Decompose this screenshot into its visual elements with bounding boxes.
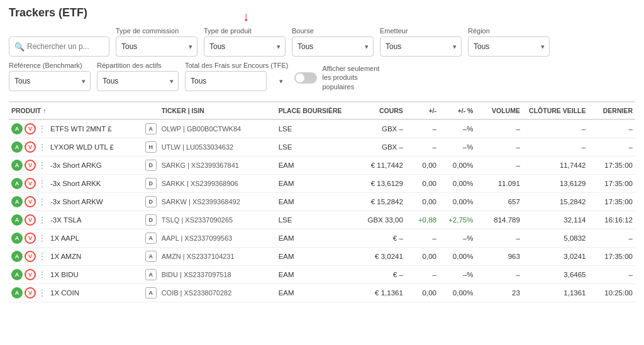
type-badge: A	[145, 123, 157, 134]
col-header-cours: COURS	[348, 102, 405, 119]
region-select[interactable]: Tous	[468, 36, 550, 57]
cours-cell: GBX –	[348, 119, 405, 138]
pmpct-cell: –%	[439, 229, 475, 248]
product-cell: A V ⋮ -3x Short ARKK	[9, 175, 143, 193]
ticker-cell: SARKK | XS2399368906	[159, 175, 276, 193]
badge-v[interactable]: V	[25, 196, 36, 207]
type-badge-cell: D	[143, 156, 159, 175]
table-header-row: PRODUIT ↑ TICKER | ISIN PLACE BOURSIÈRE …	[9, 102, 635, 119]
badge-a[interactable]: A	[11, 269, 23, 280]
ticker-cell: UTLW | LU0533034632	[159, 138, 276, 156]
pmpct-cell: +2,75%	[439, 211, 475, 229]
row-menu-dots[interactable]: ⋮	[38, 143, 47, 151]
repartition-select[interactable]: Tous	[97, 71, 179, 91]
filters-row1: 🔍 Type de commission Tous ↓ Type de prod…	[9, 27, 635, 57]
badge-a[interactable]: A	[11, 214, 23, 226]
commission-select[interactable]: Tous	[116, 36, 197, 57]
badge-a[interactable]: A	[11, 123, 23, 134]
volume-cell: –	[475, 119, 522, 138]
close-cell: –	[523, 119, 589, 138]
row-menu-dots[interactable]: ⋮	[38, 197, 47, 206]
cours-cell: GBX –	[348, 138, 405, 156]
cours-cell: € 11,7442	[348, 156, 405, 175]
badge-a[interactable]: A	[11, 160, 23, 171]
type-badge: D	[145, 196, 157, 207]
badge-a[interactable]: A	[11, 233, 23, 244]
product-label: Type de produit	[204, 27, 286, 35]
row-menu-dots[interactable]: ⋮	[38, 124, 47, 133]
region-group: Région Tous	[468, 27, 550, 57]
emetteur-select-wrap: Tous	[380, 36, 462, 57]
benchmark-select[interactable]: Tous	[9, 71, 91, 91]
badge-v[interactable]: V	[25, 287, 36, 298]
ticker-cell: BIDU | XS2337097518	[159, 266, 276, 284]
row-menu-dots[interactable]: ⋮	[38, 288, 47, 297]
row-menu-dots[interactable]: ⋮	[38, 161, 47, 170]
exchange-cell: EAM	[276, 156, 349, 175]
filters-row2: Référence (Benchmark) Tous Répartition d…	[9, 62, 635, 91]
dernier-cell: 17:35:00	[589, 248, 635, 266]
emetteur-select[interactable]: Tous	[380, 36, 462, 57]
pm-cell: –	[406, 266, 439, 284]
popular-toggle[interactable]	[294, 72, 317, 84]
commission-group: Type de commission Tous	[116, 27, 197, 57]
badge-a[interactable]: A	[11, 251, 23, 262]
search-input[interactable]	[27, 42, 104, 51]
badge-group: A V	[11, 233, 36, 244]
row-menu-dots[interactable]: ⋮	[38, 234, 47, 243]
badge-group: A V	[11, 178, 36, 189]
badge-a[interactable]: A	[11, 287, 23, 298]
arrow-annotation: ↓	[243, 9, 249, 24]
row-menu-dots[interactable]: ⋮	[38, 216, 47, 224]
search-icon: 🔍	[14, 42, 25, 52]
badge-v[interactable]: V	[25, 141, 36, 153]
type-badge: A	[145, 269, 157, 280]
exchange-select-wrap: Tous	[292, 36, 374, 57]
pm-cell: –	[406, 119, 439, 138]
product-name: 1X AMZN	[50, 253, 81, 260]
type-badge-cell: H	[143, 138, 159, 156]
pmpct-cell: 0,00%	[439, 248, 475, 266]
col-header-ticker: TICKER | ISIN	[159, 102, 276, 119]
repartition-label: Répartition des actifs	[97, 62, 179, 69]
badge-v[interactable]: V	[25, 160, 36, 171]
table-row: A V ⋮ -3x Short ARKK DSARKK | XS23993689…	[9, 175, 635, 193]
product-select[interactable]: Tous	[204, 36, 286, 57]
col-header-product: PRODUIT ↑	[9, 102, 143, 119]
product-name: ETFS WTI 2MNT £	[50, 125, 112, 133]
pm-cell: 0,00	[406, 284, 439, 302]
table-row: A V ⋮ -3x Short ARKG DSARKG | XS23993678…	[9, 156, 635, 175]
badge-v[interactable]: V	[25, 178, 36, 189]
row-menu-dots[interactable]: ⋮	[38, 252, 47, 261]
page-title: Trackers (ETF)	[9, 6, 635, 19]
badge-a[interactable]: A	[11, 141, 23, 153]
badge-v[interactable]: V	[25, 214, 36, 226]
exchange-select[interactable]: Tous	[292, 36, 374, 57]
badge-a[interactable]: A	[11, 196, 23, 207]
pm-cell: 0,00	[406, 156, 439, 175]
product-name: -3x Short ARKG	[50, 162, 102, 169]
exchange-group: Bourse Tous	[292, 27, 374, 57]
badge-a[interactable]: A	[11, 178, 23, 189]
benchmark-group: Référence (Benchmark) Tous	[9, 62, 91, 91]
dernier-cell: –	[589, 266, 635, 284]
row-menu-dots[interactable]: ⋮	[38, 270, 47, 279]
close-cell: 11,7442	[523, 156, 589, 175]
region-label: Région	[468, 27, 550, 35]
region-select-wrap: Tous	[468, 36, 550, 57]
close-cell: –	[523, 138, 589, 156]
col-header-dernier: DERNIER	[589, 102, 635, 119]
badge-v[interactable]: V	[25, 251, 36, 262]
frais-select[interactable]: Tous	[185, 71, 267, 91]
emetteur-label: Emetteur	[380, 27, 462, 35]
volume-cell: –	[475, 138, 522, 156]
popular-label: Afficher seulement les produits populair…	[322, 64, 382, 91]
dernier-cell: –	[589, 229, 635, 248]
table-row: A V ⋮ LYXOR WLD UTL £ HUTLW | LU05330346…	[9, 138, 635, 156]
badge-v[interactable]: V	[25, 123, 36, 134]
badge-v[interactable]: V	[25, 233, 36, 244]
row-menu-dots[interactable]: ⋮	[38, 179, 47, 188]
volume-cell: 657	[475, 193, 522, 211]
search-box[interactable]: 🔍	[9, 36, 109, 57]
badge-v[interactable]: V	[25, 269, 36, 280]
